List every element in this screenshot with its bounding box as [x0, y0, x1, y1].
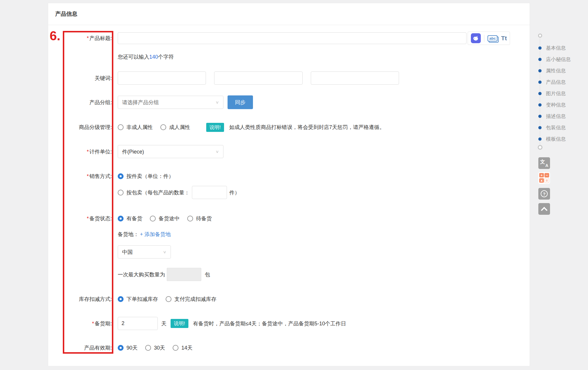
keyword-input-2[interactable]: [214, 71, 303, 85]
stock-place-label: 备货地：: [118, 231, 139, 238]
chars-remaining-count: 140: [149, 54, 158, 60]
row-title-hint: 您还可以输入140个字符: [48, 53, 530, 61]
nav-dot-icon: [538, 69, 542, 72]
explanation-badge: 说明!: [171, 319, 188, 328]
chevron-down-icon: ∨: [163, 250, 166, 254]
row-product-group: 产品分组: 请选择产品分组 ∨ 同步: [48, 95, 530, 109]
translate-icon[interactable]: 文 A: [538, 157, 550, 169]
row-stock-status: *备货状态: 有备货 备货途中 待备货: [48, 214, 530, 223]
nav-item-product-info[interactable]: 产品信息: [537, 78, 566, 86]
nav-dot-icon: [538, 81, 542, 84]
product-group-placeholder: 请选择产品分组: [122, 99, 159, 106]
chars-remaining-hint: 您还可以输入140个字符: [118, 53, 174, 60]
add-stock-place-link[interactable]: + 添加备货地: [140, 231, 171, 238]
row-stock-country: 中国 ∨: [48, 245, 530, 259]
stock-status-label: *备货状态:: [48, 215, 112, 222]
row-stock-place: 备货地： + 添加备货地: [48, 230, 530, 239]
radio-selected-icon: [118, 345, 124, 351]
radio-icon: [150, 216, 156, 221]
nav-dot-icon: [538, 58, 542, 61]
radio-option-non-adult[interactable]: 非成人属性: [118, 124, 153, 131]
radio-option-30-days[interactable]: 30天: [145, 344, 165, 351]
stock-country-select[interactable]: 中国 ∨: [118, 245, 171, 259]
keyword-input-1[interactable]: [118, 71, 206, 85]
by-pack-suffix: 件）: [229, 189, 240, 196]
pack-quantity-input[interactable]: [192, 186, 227, 199]
unit-select-value: 件(Piece): [122, 148, 144, 155]
row-max-buy: 一次最大购买数量为 包: [48, 268, 530, 281]
radio-option-adult[interactable]: 成人属性: [160, 124, 190, 131]
chevron-down-icon: ∨: [216, 149, 219, 154]
max-buy-prefix: 一次最大购买数量为: [118, 271, 165, 278]
calc-multiply-cell: x: [539, 178, 544, 183]
nav-item-variant-info[interactable]: 变种信息: [537, 100, 566, 109]
prep-period-notice: 有备货时，产品备货期≤4天；备货途中，产品备货期5-10个工作日: [193, 320, 346, 327]
keyword-input-3[interactable]: [311, 71, 399, 85]
calc-plus-cell: +: [539, 173, 544, 177]
max-buy-input-disabled: [167, 268, 201, 281]
radio-icon: [118, 124, 124, 130]
row-unit: *计件单位: 件(Piece) ∨: [48, 145, 530, 158]
product-info-card: 产品信息 *产品标题: abc Tt: [48, 3, 530, 366]
prep-period-input[interactable]: [118, 317, 158, 330]
nav-item-template-info[interactable]: 模板信息: [537, 135, 566, 143]
text-case-icon[interactable]: Tt: [501, 35, 507, 42]
radio-icon: [173, 345, 178, 351]
prep-period-label: *备货期:: [48, 320, 112, 327]
required-mark: *: [87, 35, 89, 41]
radio-option-preparing[interactable]: 备货途中: [150, 215, 180, 222]
annotation-step-number: 6.: [50, 29, 60, 43]
back-to-top-icon[interactable]: [538, 203, 550, 215]
calculator-icon[interactable]: + − x =: [538, 172, 550, 184]
nav-item-dianxiaomi-info[interactable]: 店小秘信息: [537, 55, 571, 64]
calc-minus-cell: −: [544, 173, 549, 177]
sale-method-label: *销售方式:: [48, 173, 112, 180]
row-validity: 产品有效期: 90天 30天 14天: [48, 343, 530, 352]
prep-period-unit: 天: [161, 320, 166, 327]
radio-option-by-pack[interactable]: 按包卖（每包产品的数量：: [118, 189, 190, 196]
grading-notice: 如成人类性质商品打标错误，将会受到封店7天惩罚，请严格遵循。: [229, 124, 385, 131]
radio-selected-icon: [118, 296, 124, 302]
abc-icon-text: abc: [488, 35, 497, 41]
help-icon[interactable]: ?: [538, 188, 550, 200]
row-sale-by-pack: 按包卖（每包产品的数量： 件）: [48, 186, 530, 199]
title-toolbar: abc Tt: [468, 32, 510, 45]
nav-bottom-circle: [538, 145, 542, 150]
nav-item-attribute-info[interactable]: 属性信息: [537, 66, 566, 75]
product-group-select[interactable]: 请选择产品分组 ∨: [118, 96, 223, 109]
nav-item-description-info[interactable]: 描述信息: [537, 112, 566, 121]
radio-option-14-days[interactable]: 14天: [173, 344, 192, 351]
nav-dot-icon: [538, 137, 542, 141]
nav-dot-icon: [538, 46, 542, 50]
nav-dot-icon: [538, 126, 542, 129]
chevron-down-icon: ∨: [216, 100, 219, 105]
spellcheck-abc-icon[interactable]: abc: [488, 35, 497, 41]
unit-select[interactable]: 件(Piece) ∨: [118, 145, 223, 158]
nav-dot-icon: [538, 115, 542, 118]
nav-item-image-info[interactable]: 图片信息: [537, 89, 566, 98]
calc-equals-cell: =: [544, 178, 549, 183]
keywords-label: 关键词:: [48, 75, 112, 82]
radio-selected-icon: [118, 173, 124, 179]
product-title-input[interactable]: [118, 32, 466, 44]
radio-option-90-days[interactable]: 90天: [118, 344, 138, 351]
toolbar-divider: [484, 35, 484, 42]
stock-deduction-label: 库存扣减方式:: [48, 296, 112, 303]
sync-button[interactable]: 同步: [228, 95, 253, 109]
radio-option-in-stock[interactable]: 有备货: [118, 215, 142, 222]
dianxiaomi-whale-icon[interactable]: [471, 33, 481, 43]
radio-option-by-piece[interactable]: 按件卖（单位：件）: [118, 173, 174, 180]
explanation-badge: 说明!: [206, 123, 224, 132]
radio-icon: [118, 190, 124, 196]
nav-item-packaging-info[interactable]: 包装信息: [537, 123, 566, 132]
radio-icon: [166, 296, 171, 302]
radio-icon: [160, 124, 166, 130]
row-prep-period: *备货期: 天 说明! 有备货时，产品备货期≤4天；备货途中，产品备货期5-10…: [48, 317, 530, 330]
radio-option-awaiting[interactable]: 待备货: [187, 215, 212, 222]
radio-option-deduct-on-order[interactable]: 下单扣减库存: [118, 296, 158, 303]
row-stock-deduction: 库存扣减方式: 下单扣减库存 支付完成扣减库存: [48, 295, 530, 303]
nav-item-basic-info[interactable]: 基本信息: [537, 43, 566, 52]
up-arrow-glyph: [541, 207, 548, 214]
radio-option-deduct-on-payment[interactable]: 支付完成扣减库存: [166, 296, 216, 303]
anchor-nav: 基本信息 店小秘信息 属性信息 产品信息 图片信息 变种信息 描述信息 包装信息…: [537, 0, 587, 370]
